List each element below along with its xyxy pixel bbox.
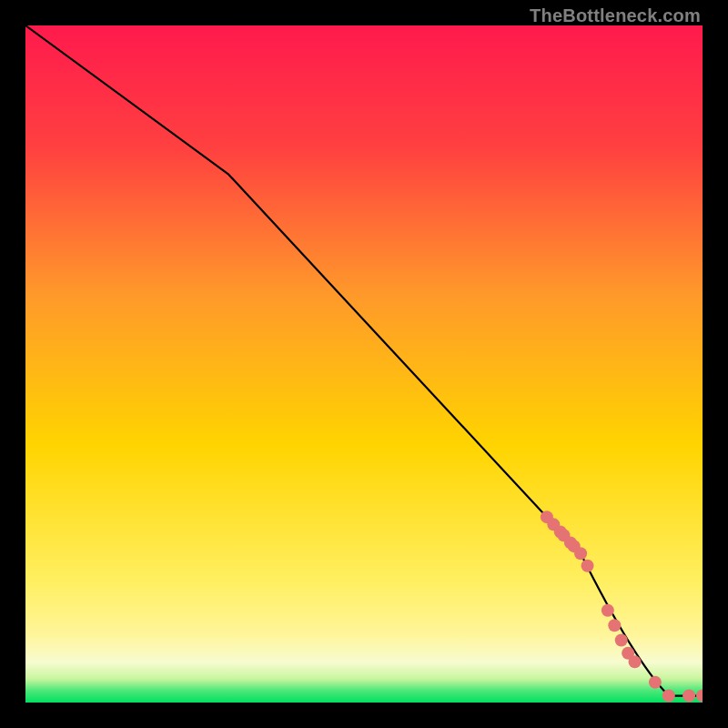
data-marker [629, 655, 642, 668]
attribution-label: TheBottleneck.com [530, 5, 701, 26]
bottleneck-curve [25, 25, 703, 696]
data-marker [608, 619, 621, 632]
chart-frame: TheBottleneck.com [0, 0, 728, 728]
data-markers [541, 511, 703, 702]
data-marker [682, 690, 695, 703]
data-marker [602, 604, 614, 617]
plot-area [25, 25, 703, 703]
curve-path [25, 25, 703, 696]
data-marker [581, 560, 594, 572]
chart-svg [25, 25, 703, 703]
data-marker [615, 634, 628, 647]
data-marker [574, 547, 587, 560]
data-marker [696, 690, 703, 703]
data-marker [649, 676, 662, 689]
data-marker [662, 690, 675, 703]
